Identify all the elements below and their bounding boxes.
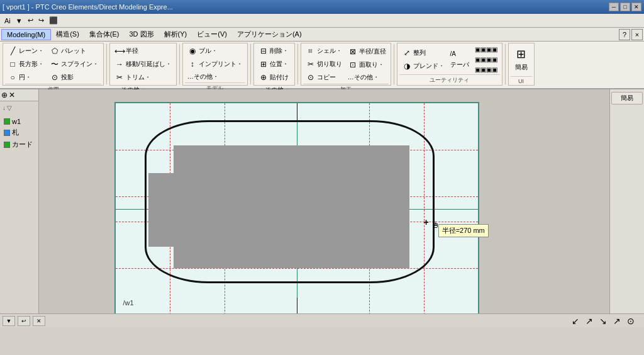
trim-icon: ✂ [114,72,125,82]
menu-3d-shape[interactable]: 3D 図形 [124,28,158,40]
viewport-label: /w1 [123,299,134,307]
br-icon-1[interactable]: ↙ [570,315,581,327]
bottom-right-icons: ↙ ↗ ↘ ↗ ⊙ [570,315,641,327]
spline-icon: 〜 [50,59,60,69]
maximize-button[interactable]: □ [620,3,630,11]
copy-icon: ⊙ [306,72,316,82]
ribbon-btn-delete[interactable]: ⊟削除・ [256,45,291,57]
bool-icon: ◉ [187,46,197,56]
right-panel-simple-btn[interactable]: 簡易 [611,92,643,104]
menu-assembly[interactable]: 集合体(E) [84,28,125,40]
ribbon-btn-radius[interactable]: ⟷半径 [112,45,141,57]
ribbon-btn-position[interactable]: ⊞位置・ [256,58,291,70]
title-text: [ vport1 ] - PTC Creo Elements/Direct Mo… [3,3,173,11]
ribbon-btn-move-extend[interactable]: →移動/引延ばし・ [112,58,174,70]
tree-item-card[interactable]: カード [3,139,36,150]
br-icon-2[interactable]: ↗ [584,315,595,327]
br-icon-4[interactable]: ↗ [611,315,623,327]
quick-toolbar-undo[interactable]: ↩ [26,16,35,25]
panel-filter-icon[interactable]: ↓ [3,104,6,111]
status-enter-btn[interactable]: ↩ [18,316,30,326]
simple-icon: ⊞ [514,47,529,62]
ribbon-btn-cut[interactable]: ✂切り取り [303,58,345,70]
shape-outline [145,120,435,283]
viewport-area: 🖱 半径=270 mm + /w1 [39,89,609,313]
ribbon-btn-machine-other[interactable]: …その他・ [345,72,382,83]
main-area: ⊕ ✕ ↓ ▽ w1 札 カード [0,89,644,313]
title-bar: [ vport1 ] - PTC Creo Elements/Direct Mo… [0,0,644,14]
ribbon-group-ui: ⊞ 簡易 UI [508,43,535,86]
close-menu-icon[interactable]: × [631,29,643,40]
br-icon-3[interactable]: ↘ [597,315,609,327]
quick-toolbar-extra[interactable]: ⬛ [47,16,60,25]
menu-application[interactable]: アプリケーション(A) [232,28,307,40]
ribbon-btn-model-other[interactable]: …その他・ [185,71,221,82]
imprint-icon: ↕ [187,59,197,69]
ribbon-btn-blend[interactable]: ◑ブレンド・ [399,60,447,72]
tree-label-w1: w1 [12,118,21,125]
move-extend-icon: → [114,59,125,69]
tree-label-fuda: 札 [12,128,19,137]
status-cancel-btn[interactable]: ✕ [33,316,45,326]
ribbon-group-2d-edit: ⟷半径 →移動/引延ばし・ ✂トリム・ …その他・ 2D 編集 [109,43,177,86]
menu-structure[interactable]: 構造(S) [51,28,84,40]
line-icon: ╱ [8,46,18,56]
br-icon-5[interactable]: ⊙ [625,315,636,327]
tree-color-card [4,142,10,148]
status-bar: ▼ ↩ ✕ ↙ ↗ ↘ ↗ ⊙ [0,313,644,327]
ribbon-btn-circle[interactable]: ○円・ [5,71,34,84]
quick-access-toolbar: Ai ▼ ↩ ↪ ⬛ [0,14,644,28]
ribbon-btn-copy-3d[interactable]: ⊙コピー [303,71,338,84]
menu-analysis[interactable]: 解析(Y) [159,28,192,40]
ribbon-btn-taper[interactable]: テーパ [448,59,472,70]
right-panel: 簡易 [609,89,644,313]
radius-icon: ⟷ [114,46,125,56]
close-button[interactable]: ✕ [631,3,641,11]
tree-item-w1[interactable]: w1 [3,117,36,126]
viewport-canvas[interactable]: 🖱 半径=270 mm + /w1 [114,102,479,313]
rect-icon: □ [8,59,18,69]
tree-item-fuda[interactable]: 札 [3,127,36,138]
ribbon-btn-icons-row2[interactable]: ▣▣▣▣ [472,55,500,64]
menu-modeling[interactable]: Modeling(M) [1,29,51,40]
panel-expand-icon[interactable]: ▽ [7,104,12,111]
window-controls: ─ □ ✕ [609,3,641,11]
ribbon-btn-paste[interactable]: ⊕貼付け [256,71,291,84]
quick-toolbar-dropdown[interactable]: ▼ [14,16,25,25]
ribbon-btn-bool[interactable]: ◉ブル・ [185,45,220,57]
minimize-button[interactable]: ─ [609,3,619,11]
ribbon-btn-radius-dia[interactable]: ⊠半径/直径 [345,45,389,58]
circle-icon: ○ [8,72,18,82]
ribbon-btn-spline[interactable]: 〜スプライン・ [47,58,101,70]
ribbon-btn-a-slash[interactable]: /A [448,49,458,59]
tree-color-fuda [4,130,10,136]
shape-center-v-segment2 [297,298,297,313]
cut-icon: ✂ [306,59,316,69]
help-icon[interactable]: ? [619,29,630,40]
tree-items: w1 札 カード [0,115,38,152]
palette-icon: ⬠ [50,46,60,56]
quick-toolbar-redo[interactable]: ↪ [36,16,46,25]
menu-view[interactable]: ビュー(V) [192,28,232,40]
ribbon-btn-line[interactable]: ╱レーン・ [5,45,47,57]
plus-cursor: + [424,217,429,227]
ribbon-btn-chamfer[interactable]: ⊡面取り・ [345,59,387,71]
delete-icon: ⊟ [258,46,269,56]
ribbon-btn-imprint[interactable]: ↕インプリント・ [185,58,245,70]
ribbon-btn-palette[interactable]: ⬠パレット [47,45,89,57]
ribbon-btn-shell[interactable]: ⌗シェル・ [303,45,345,57]
ribbon-btn-rect[interactable]: □長方形・ [5,58,47,70]
status-dropdown-btn[interactable]: ▼ [3,316,15,326]
shell-icon: ⌗ [306,46,316,56]
paste-icon: ⊕ [258,72,269,82]
ribbon-btn-trim[interactable]: ✂トリム・ [112,71,153,84]
ribbon-btn-align[interactable]: ⤢整列 [399,47,428,59]
left-panel: ⊕ ✕ ↓ ▽ w1 札 カード [0,89,39,313]
blend-icon: ◑ [402,61,412,71]
ribbon-btn-simple[interactable]: ⊞ 簡易 [511,45,532,76]
ribbon-btn-project[interactable]: ⊙投影 [47,71,76,84]
ribbon-btn-icons-row1[interactable]: ▣▣▣▣ [472,45,500,54]
group-label-utility: ユーティリティ [399,74,500,84]
ribbon-btn-icons-row3[interactable]: ▣▣▣▣ [472,65,500,74]
quick-toolbar-ai[interactable]: Ai [3,16,13,25]
